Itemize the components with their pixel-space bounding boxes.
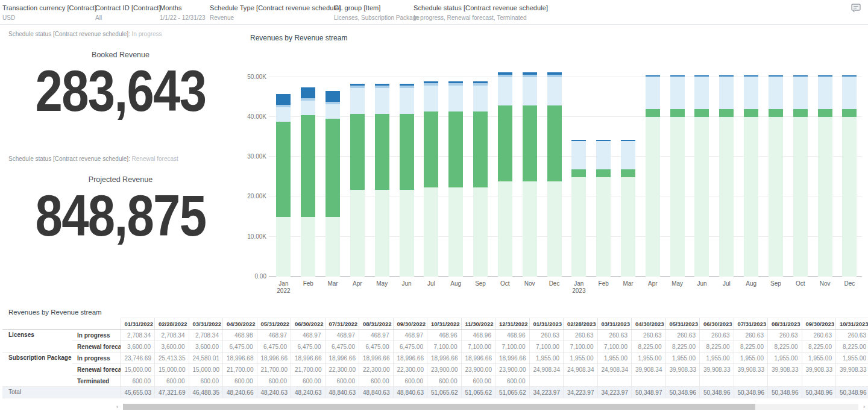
- bar-segment[interactable]: [326, 217, 340, 277]
- bar-segment[interactable]: [719, 117, 734, 277]
- filter-value[interactable]: In progress, Renewal forecast, Terminate…: [414, 14, 548, 21]
- bar-segment[interactable]: [670, 77, 685, 110]
- bar-stack[interactable]: [498, 72, 512, 277]
- bar-segment[interactable]: [694, 117, 709, 277]
- bar-segment[interactable]: [350, 114, 365, 190]
- bar-segment[interactable]: [621, 177, 635, 277]
- bar-segment[interactable]: [301, 101, 315, 115]
- bar-segment[interactable]: [769, 117, 783, 277]
- bar-segment[interactable]: [547, 77, 562, 105]
- bar-segment[interactable]: [326, 119, 340, 217]
- bar-segment[interactable]: [326, 91, 340, 102]
- filter-gl-group[interactable]: GL group [Item] Licenses, Subscription P…: [334, 4, 420, 21]
- bar-segment[interactable]: [498, 181, 512, 277]
- bar-segment[interactable]: [621, 169, 635, 177]
- bar-segment[interactable]: [448, 111, 463, 187]
- bar-segment[interactable]: [350, 88, 365, 114]
- bar-segment[interactable]: [301, 217, 315, 277]
- bar-segment[interactable]: [473, 111, 488, 187]
- bar-segment[interactable]: [596, 169, 611, 177]
- filter-value[interactable]: 1/1/22 - 12/31/23: [160, 14, 206, 21]
- bar-stack[interactable]: [621, 140, 635, 277]
- bar-stack[interactable]: [646, 75, 660, 277]
- bar-segment[interactable]: [400, 88, 414, 114]
- bar-segment[interactable]: [818, 109, 832, 117]
- bar-segment[interactable]: [769, 109, 783, 117]
- bar-stack[interactable]: [769, 75, 783, 277]
- bar-segment[interactable]: [400, 190, 414, 277]
- bar-segment[interactable]: [424, 111, 438, 187]
- bar-segment[interactable]: [621, 141, 635, 169]
- bar-segment[interactable]: [818, 117, 832, 277]
- bar-segment[interactable]: [326, 104, 340, 119]
- filter-value[interactable]: All: [95, 14, 161, 21]
- bar-segment[interactable]: [448, 187, 463, 277]
- filter-value[interactable]: Revenue: [210, 14, 341, 21]
- bar-segment[interactable]: [744, 77, 758, 110]
- filter-transaction-currency[interactable]: Transaction currency [Contract] USD: [2, 4, 96, 21]
- bar-stack[interactable]: [523, 72, 537, 277]
- filter-value[interactable]: Licenses, Subscription Package: [334, 14, 420, 21]
- bar-segment[interactable]: [547, 105, 562, 181]
- bar-stack[interactable]: [719, 75, 734, 277]
- bar-segment[interactable]: [842, 77, 857, 110]
- scrollbar-track[interactable]: [123, 404, 858, 410]
- bar-segment[interactable]: [694, 109, 709, 117]
- bar-stack[interactable]: [694, 75, 709, 277]
- bar-segment[interactable]: [448, 86, 463, 111]
- bar-stack[interactable]: [375, 84, 389, 277]
- bar-segment[interactable]: [400, 114, 414, 190]
- bar-segment[interactable]: [596, 141, 611, 169]
- filter-contract-id[interactable]: Contract ID [Contract] All: [95, 4, 161, 21]
- bar-segment[interactable]: [375, 88, 389, 114]
- bar-stack[interactable]: [793, 75, 808, 277]
- bar-stack[interactable]: [596, 140, 611, 277]
- bar-segment[interactable]: [694, 77, 709, 110]
- bar-stack[interactable]: [670, 75, 685, 277]
- bar-segment[interactable]: [424, 86, 438, 111]
- bar-stack[interactable]: [400, 84, 414, 277]
- bar-segment[interactable]: [523, 105, 537, 181]
- filter-value[interactable]: USD: [2, 14, 96, 21]
- bar-segment[interactable]: [719, 77, 734, 110]
- bar-segment[interactable]: [670, 109, 685, 117]
- bar-segment[interactable]: [523, 181, 537, 277]
- comment-icon[interactable]: [850, 3, 862, 14]
- bar-stack[interactable]: [571, 140, 586, 277]
- bar-segment[interactable]: [646, 117, 660, 277]
- bar-segment[interactable]: [547, 181, 562, 277]
- bar-segment[interactable]: [744, 117, 758, 277]
- bar-segment[interactable]: [498, 105, 512, 181]
- bar-segment[interactable]: [523, 77, 537, 105]
- bar-stack[interactable]: [448, 81, 463, 277]
- bar-stack[interactable]: [744, 75, 758, 277]
- bar-segment[interactable]: [301, 87, 315, 98]
- bar-segment[interactable]: [793, 77, 808, 110]
- bar-segment[interactable]: [276, 122, 291, 216]
- bar-segment[interactable]: [818, 77, 832, 110]
- bar-segment[interactable]: [498, 77, 512, 105]
- filter-schedule-type[interactable]: Schedule Type [Contract revenue schedule…: [210, 4, 341, 21]
- bar-stack[interactable]: [301, 87, 315, 277]
- bar-segment[interactable]: [793, 109, 808, 117]
- bar-segment[interactable]: [301, 115, 315, 216]
- bar-segment[interactable]: [571, 141, 586, 169]
- bar-segment[interactable]: [793, 117, 808, 277]
- bar-segment[interactable]: [350, 190, 365, 277]
- bar-segment[interactable]: [473, 86, 488, 111]
- bar-segment[interactable]: [719, 109, 734, 117]
- bar-segment[interactable]: [646, 109, 660, 117]
- scroll-right-icon[interactable]: ›: [863, 403, 865, 410]
- bar-segment[interactable]: [571, 177, 586, 277]
- bar-segment[interactable]: [276, 94, 291, 105]
- bar-stack[interactable]: [842, 75, 857, 277]
- bar-segment[interactable]: [596, 177, 611, 277]
- bar-segment[interactable]: [276, 217, 291, 277]
- bar-segment[interactable]: [842, 117, 857, 277]
- filter-months[interactable]: Months 1/1/22 - 12/31/23: [160, 4, 206, 21]
- bar-stack[interactable]: [350, 84, 365, 277]
- bar-stack[interactable]: [547, 72, 562, 277]
- bar-segment[interactable]: [842, 109, 857, 117]
- bar-stack[interactable]: [276, 94, 291, 277]
- filter-schedule-status[interactable]: Schedule status [Contract revenue schedu…: [414, 4, 548, 21]
